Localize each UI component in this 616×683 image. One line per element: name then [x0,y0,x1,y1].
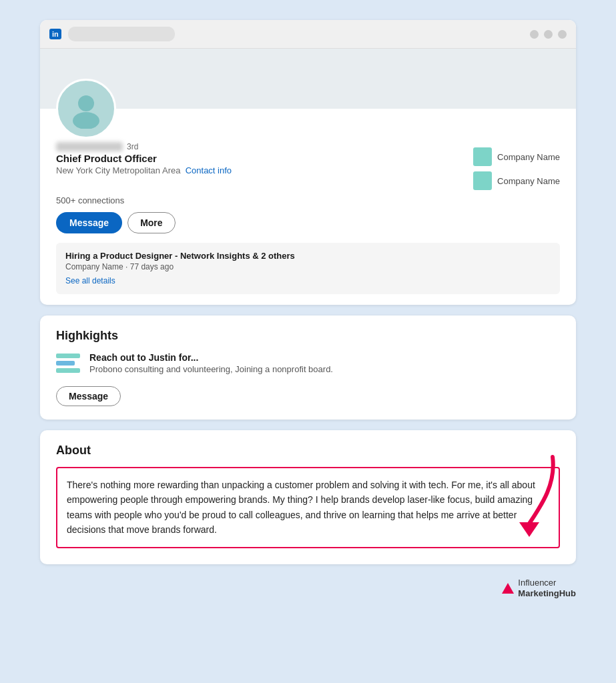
svg-point-0 [78,95,94,111]
browser-chrome: in [40,20,576,49]
brand-diamond-icon [502,583,514,594]
branding: Influencer MarketingHub [502,578,576,600]
reach-out-sub: Probono consulting and volunteering, Joi… [89,364,333,374]
avatar [56,79,116,139]
browser-dot-2 [544,30,553,39]
linkedin-icon: in [49,29,61,39]
about-body: About There's nothing more rewarding tha… [40,430,576,564]
about-title: About [56,444,560,458]
connections-count: 500+ connections [56,195,560,205]
highlights-body: Highkights Reach out to Justin for... Pr… [40,315,576,420]
highlights-card: Highkights Reach out to Justin for... Pr… [40,315,576,420]
profile-title: Chief Product Officer [56,153,232,164]
brand-text: Influencer MarketingHub [518,578,576,600]
about-text-box: There's nothing more rewarding than unpa… [56,467,560,548]
company-row-1: Company Name [473,147,560,166]
message-button[interactable]: Message [56,212,122,233]
company-name-2: Company Name [497,176,560,186]
highlight-icon-line-1 [56,354,80,358]
about-card: About There's nothing more rewarding tha… [40,430,576,564]
company-logo-1 [473,147,492,166]
profile-info-row: 3rd Chief Product Officer New York City … [56,109,560,190]
profile-info-left: 3rd Chief Product Officer New York City … [56,142,232,175]
highlight-icon-line-3 [56,368,80,373]
highlights-message-button[interactable]: Message [56,386,121,406]
company-name-1: Company Name [497,152,560,162]
highlight-row: Reach out to Justin for... Probono consu… [56,352,560,374]
action-buttons: Message More [56,212,560,233]
contact-info-link[interactable]: Contact info [186,165,232,175]
pink-arrow-indicator [503,450,563,537]
browser-dot-1 [530,30,539,39]
profile-body: 3rd Chief Product Officer New York City … [40,109,576,305]
more-button[interactable]: More [127,212,175,233]
profile-degree: 3rd [127,142,138,151]
browser-dot-3 [558,30,567,39]
activity-sub: Company Name · 77 days ago [65,262,551,271]
company-logo-2 [473,171,492,190]
url-bar [68,27,175,41]
svg-point-1 [73,112,99,129]
reach-out-heading: Reach out to Justin for... [89,352,333,363]
profile-name-row: 3rd [56,142,232,151]
avatar-wrap [56,79,116,139]
company-row-2: Company Name [473,171,560,190]
highlight-icon-line-2 [56,361,75,366]
profile-location: New York City Metropolitan Area Contact … [56,165,232,175]
about-text: There's nothing more rewarding than unpa… [67,478,549,538]
highlights-title: Highkights [56,329,560,343]
svg-marker-2 [519,522,539,537]
activity-title: Hiring a Product Designer - Network Insi… [65,251,551,261]
see-all-link[interactable]: See all details [65,276,115,285]
profile-companies: Company Name Company Name [473,147,560,190]
highlight-text: Reach out to Justin for... Probono consu… [89,352,333,374]
browser-dots [530,30,567,39]
highlight-icon [56,352,80,373]
profile-name-blur [56,142,123,151]
profile-card: in 3rd Chief Product Officer [40,20,576,305]
profile-cover-photo [40,49,576,109]
activity-box: Hiring a Product Designer - Network Insi… [56,243,560,294]
